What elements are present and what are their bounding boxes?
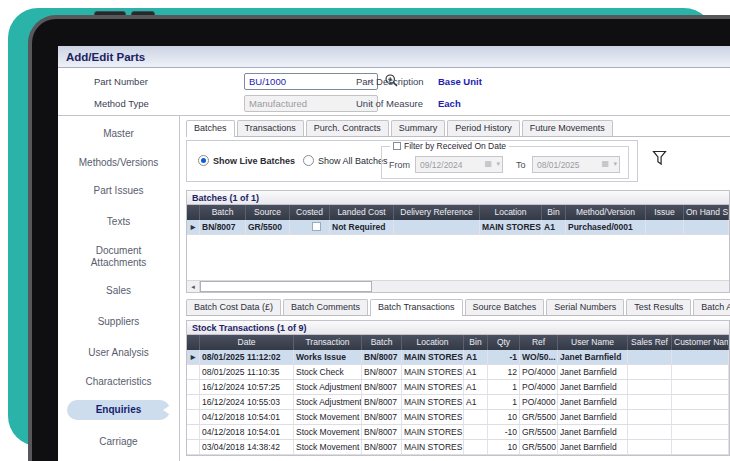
to-date-value: 08/01/2025 [537,160,580,170]
batches-section-title: Batches (1 of 1) [186,190,730,205]
part-description-value: Base Unit [438,76,482,87]
show-live-batches-label[interactable]: Show Live Batches [213,156,295,166]
batches-filter-row: Show Live Batches Show All Batches Filte… [186,140,730,186]
sidebar-item-methods-versions[interactable]: Methods/Versions [67,157,170,169]
filter-by-date-label[interactable]: Filter by Received On Date [404,141,506,151]
sidebar-item-carriage[interactable]: Carriage [67,434,170,451]
stock-grid-header: DateTransactionBatchLocationBinQtyRefUse… [187,335,729,350]
sidebar-item-part-issues[interactable]: Part Issues [67,183,170,200]
batches-table-row[interactable]: ▶BN/8007GR/5500Not RequiredMAIN STORESA1… [187,220,729,235]
stock-table-row[interactable]: 08/01/2025 11:10:35Stock CheckBN/8007MAI… [187,365,729,380]
sidebar-item-document-attachments[interactable]: Document Attachments [67,245,170,269]
sidebar-item-suppliers[interactable]: Suppliers [67,314,170,331]
radio-dot [201,158,206,163]
stock-table-row[interactable]: 16/12/2024 10:55:03Stock AdjustmentBN/80… [187,395,729,410]
date-filter-group: Filter by Received On Date From 09/12/20… [381,146,629,179]
costed-checkbox[interactable] [312,222,321,231]
sidebar-item-sales[interactable]: Sales [67,283,170,300]
batches-filter-panel: Show Live Batches Show All Batches Filte… [186,140,638,182]
scroll-left-arrow-icon[interactable]: ◂ [187,281,200,292]
show-all-batches-radio[interactable] [303,155,314,166]
tab-future-movements[interactable]: Future Movements [522,120,613,136]
part-form: Part Number BU/1000 ⌄ Part Description B… [58,68,730,116]
batches-grid-empty-area [187,235,729,280]
sidebar-item-master[interactable]: Master [67,126,170,143]
tab-batch-attachments[interactable]: Batch Attachments [693,299,730,315]
stock-grid-rows: ▶08/01/2025 11:12:02Works IssueBN/8007MA… [187,350,729,455]
from-date-value: 09/12/2024 [420,160,463,170]
chevron-down-icon[interactable]: ▾ [613,160,617,168]
tab-purch-contracts[interactable]: Purch. Contracts [306,120,389,136]
scrollbar-thumb[interactable] [200,281,372,292]
stock-table-row[interactable]: 04/12/2018 10:54:01Stock MovementBN/8007… [187,425,729,440]
batches-grid-header: BatchSourceCostedLanded CostDelivery Ref… [187,205,729,220]
filter-funnel-icon[interactable] [652,150,667,170]
show-all-batches-label[interactable]: Show All Batches [318,156,388,166]
show-live-batches-radio[interactable] [198,155,209,166]
filter-by-date-checkbox[interactable] [393,142,401,150]
sidebar: MasterMethods/VersionsPart IssuesTextsDo… [58,116,180,461]
to-label: To [516,160,526,170]
tab-summary[interactable]: Summary [391,120,446,136]
part-number-value: BU/1000 [249,76,286,87]
sidebar-item-enquiries[interactable]: Enquiries [67,400,170,420]
batches-horizontal-scrollbar[interactable]: ◂ [187,280,729,292]
from-date-input[interactable]: 09/12/2024 ▦ ▾ [415,156,503,173]
stock-grid: DateTransactionBatchLocationBinQtyRefUse… [186,335,730,456]
active-item-notch-icon [163,404,172,416]
window-title: Add/Edit Parts [58,46,730,68]
tab-source-batches[interactable]: Source Batches [465,299,545,315]
chevron-down-icon[interactable]: ▾ [496,160,500,168]
method-type-value: Manufactured [249,98,307,109]
sidebar-item-characteristics[interactable]: Characteristics [67,376,170,388]
content-panel: BatchesTransactionsPurch. ContractsSumma… [180,116,730,461]
stock-table-row[interactable]: ▶08/01/2025 11:12:02Works IssueBN/8007MA… [187,350,729,365]
date-filter-legend: Filter by Received On Date [390,141,509,151]
to-date-input[interactable]: 08/01/2025 ▦ ▾ [532,156,620,173]
tablet-frame: Add/Edit Parts Part Number BU/1000 ⌄ Par… [28,15,730,461]
sidebar-item-user-analysis[interactable]: User Analysis [67,345,170,362]
calendar-icon[interactable]: ▦ [484,159,492,168]
stock-table-row[interactable]: 03/04/2018 14:38:42Stock MovementBN/8007… [187,440,729,455]
tab-period-history[interactable]: Period History [447,120,520,136]
unit-of-measure-value: Each [438,98,461,109]
tabs-bottom: Batch Cost Data (£)Batch CommentsBatch T… [186,299,730,316]
sidebar-item-texts[interactable]: Texts [67,214,170,231]
page-background: Add/Edit Parts Part Number BU/1000 ⌄ Par… [0,0,730,461]
tab-batches[interactable]: Batches [186,120,235,137]
tab-test-results[interactable]: Test Results [626,299,691,315]
batches-grid-rows: ▶BN/8007GR/5500Not RequiredMAIN STORESA1… [187,220,729,235]
stock-table-row[interactable]: 16/12/2024 10:57:25Stock AdjustmentBN/80… [187,380,729,395]
unit-of-measure-label: Unit of Measure [356,98,423,109]
tab-transactions[interactable]: Transactions [237,120,304,136]
tab-batch-cost-data[interactable]: Batch Cost Data (£) [186,299,281,315]
method-type-label: Method Type [94,98,149,109]
stock-section-title: Stock Transactions (1 of 9) [186,320,730,335]
app-window: Add/Edit Parts Part Number BU/1000 ⌄ Par… [58,46,730,461]
batches-grid: BatchSourceCostedLanded CostDelivery Ref… [186,205,730,293]
tabs-top: BatchesTransactionsPurch. ContractsSumma… [186,120,730,137]
calendar-icon[interactable]: ▦ [601,159,609,168]
stock-table-row[interactable]: 04/12/2018 10:54:01Stock MovementBN/8007… [187,410,729,425]
part-number-label: Part Number [94,76,148,87]
tab-batch-comments[interactable]: Batch Comments [283,299,368,315]
from-label: From [389,160,410,170]
tab-serial-numbers[interactable]: Serial Numbers [546,299,624,315]
part-description-label: Part Description [356,76,424,87]
tab-batch-transactions[interactable]: Batch Transactions [370,299,463,316]
